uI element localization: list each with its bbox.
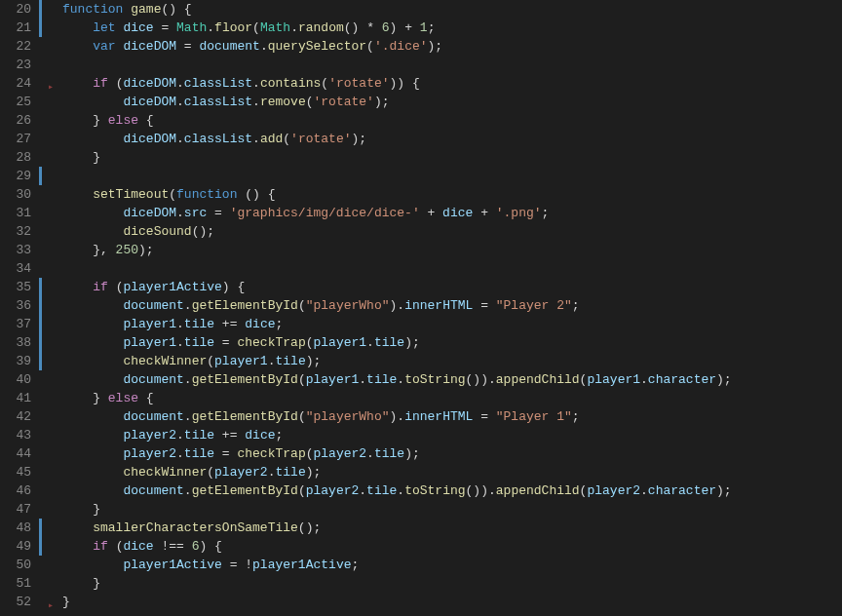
line-number[interactable]: 23 xyxy=(14,56,31,74)
code-line[interactable]: } xyxy=(62,500,842,519)
fold-glyph-icon[interactable]: ▸ xyxy=(45,597,57,615)
line-number[interactable]: 41 xyxy=(14,389,31,407)
line-number[interactable]: 47 xyxy=(14,500,31,519)
code-line[interactable]: setTimeout(function () { xyxy=(62,185,842,204)
line-number[interactable]: 24 xyxy=(14,74,31,93)
line-number[interactable]: 45 xyxy=(14,463,31,481)
code-line[interactable]: smallerCharactersOnSameTile(); xyxy=(62,519,842,537)
code-line[interactable]: diceDOM.classList.remove('rotate'); xyxy=(62,93,842,111)
code-line[interactable]: player1Active = !player1Active; xyxy=(62,556,842,574)
line-number[interactable]: 50 xyxy=(14,556,31,574)
code-line[interactable]: document.getElementById(player2.tile.toS… xyxy=(62,481,842,500)
code-line[interactable]: if (player1Active) { xyxy=(62,278,842,296)
line-number[interactable]: 39 xyxy=(14,352,31,370)
code-line[interactable] xyxy=(62,56,842,74)
code-line[interactable]: let dice = Math.floor(Math.random() * 6)… xyxy=(62,19,842,37)
line-number[interactable]: 37 xyxy=(14,315,31,333)
line-number[interactable]: 42 xyxy=(14,407,31,426)
code-editor[interactable]: 2021222324252627282930313233343536373839… xyxy=(0,0,842,616)
line-number[interactable]: 35 xyxy=(14,278,31,296)
line-number[interactable]: 21 xyxy=(14,19,31,37)
line-number[interactable]: 20 xyxy=(14,0,31,19)
code-line[interactable]: diceDOM.src = 'graphics/img/dice/dice-' … xyxy=(62,204,842,222)
change-marker xyxy=(39,315,42,333)
code-line[interactable]: checkWinner(player2.tile); xyxy=(62,463,842,481)
line-number[interactable]: 32 xyxy=(14,222,31,241)
code-line[interactable]: } xyxy=(62,148,842,167)
line-number[interactable]: 49 xyxy=(14,537,31,556)
fold-column[interactable]: ▸▸ xyxy=(45,0,58,616)
code-line[interactable]: function game() { xyxy=(62,0,842,19)
line-number[interactable]: 36 xyxy=(14,296,31,315)
change-marker xyxy=(39,537,42,556)
line-number[interactable]: 22 xyxy=(14,37,31,56)
code-line[interactable] xyxy=(62,167,842,185)
code-line[interactable]: document.getElementById("playerWho").inn… xyxy=(62,407,842,426)
line-number[interactable]: 33 xyxy=(14,241,31,259)
line-number[interactable]: 28 xyxy=(14,148,31,167)
code-line[interactable]: } else { xyxy=(62,111,842,130)
line-number[interactable]: 52 xyxy=(14,593,31,611)
line-number[interactable]: 48 xyxy=(14,519,31,537)
line-number[interactable]: 44 xyxy=(14,444,31,463)
code-line[interactable]: player2.tile += dice; xyxy=(62,426,842,444)
change-marker xyxy=(39,296,42,315)
line-number-gutter[interactable]: 2021222324252627282930313233343536373839… xyxy=(0,0,39,616)
line-number[interactable]: 25 xyxy=(14,93,31,111)
code-line[interactable]: diceSound(); xyxy=(62,222,842,241)
line-number[interactable]: 29 xyxy=(14,167,31,185)
code-line[interactable]: } xyxy=(62,574,842,593)
line-number[interactable]: 26 xyxy=(14,111,31,130)
code-line[interactable]: }, 250); xyxy=(62,241,842,259)
change-marker xyxy=(39,333,42,352)
line-number[interactable]: 27 xyxy=(14,130,31,148)
line-number[interactable]: 38 xyxy=(14,333,31,352)
code-line[interactable]: checkWinner(player1.tile); xyxy=(62,352,842,370)
line-number[interactable]: 51 xyxy=(14,574,31,593)
code-line[interactable]: player1.tile = checkTrap(player1.tile); xyxy=(62,333,842,352)
code-area[interactable]: function game() { let dice = Math.floor(… xyxy=(58,0,842,616)
change-marker xyxy=(39,0,42,19)
code-line[interactable] xyxy=(62,259,842,278)
code-line[interactable]: if (dice !== 6) { xyxy=(62,537,842,556)
code-line[interactable]: if (diceDOM.classList.contains('rotate')… xyxy=(62,74,842,93)
line-number[interactable]: 43 xyxy=(14,426,31,444)
change-marker xyxy=(39,19,42,37)
code-line[interactable]: document.getElementById(player1.tile.toS… xyxy=(62,370,842,389)
code-line[interactable]: var diceDOM = document.querySelector('.d… xyxy=(62,37,842,56)
change-marker xyxy=(39,519,42,537)
code-line[interactable]: document.getElementById("playerWho").inn… xyxy=(62,296,842,315)
line-number[interactable]: 46 xyxy=(14,481,31,500)
change-marker xyxy=(39,352,42,370)
line-number[interactable]: 30 xyxy=(14,185,31,204)
line-number[interactable]: 31 xyxy=(14,204,31,222)
code-line[interactable]: player1.tile += dice; xyxy=(62,315,842,333)
code-line[interactable]: player2.tile = checkTrap(player2.tile); xyxy=(62,444,842,463)
code-line[interactable]: diceDOM.classList.add('rotate'); xyxy=(62,130,842,148)
code-line[interactable]: } else { xyxy=(62,389,842,407)
change-marker xyxy=(39,167,42,185)
fold-glyph-icon[interactable]: ▸ xyxy=(45,78,57,96)
change-marker xyxy=(39,278,42,296)
code-line[interactable]: } xyxy=(62,593,842,611)
line-number[interactable]: 34 xyxy=(14,259,31,278)
line-number[interactable]: 40 xyxy=(14,370,31,389)
